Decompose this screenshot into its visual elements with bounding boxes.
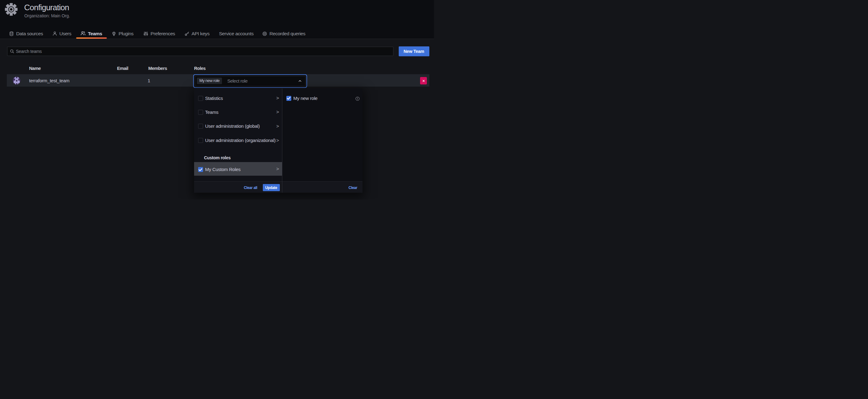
column-header-email: Email [117, 66, 128, 71]
clear-all-button[interactable]: Clear all [244, 186, 257, 190]
menu-item-user-admin-org[interactable]: User administration (organizational) > [194, 135, 282, 145]
tab-teams[interactable]: Teams [81, 30, 102, 37]
menu-item-statistics[interactable]: Statistics > [194, 93, 282, 103]
active-tab-underline [76, 37, 107, 39]
checkbox-user-admin-global[interactable] [198, 124, 203, 129]
tab-label: Service accounts [219, 31, 253, 36]
column-header-name: Name [29, 66, 41, 71]
menu-item-teams[interactable]: Teams > [194, 107, 282, 117]
tab-data-sources[interactable]: Data sources [9, 30, 43, 37]
search-input[interactable] [7, 47, 394, 56]
role-menu-panel: Statistics > Teams > User administration… [194, 89, 283, 193]
column-header-members: Members [148, 66, 167, 71]
team-name[interactable]: terraform_test_team [29, 78, 69, 83]
page-header: Configuration Organization: Main Org. Da… [0, 0, 434, 39]
tab-preferences[interactable]: Preferences [143, 30, 175, 37]
submenu-item-my-new-role[interactable]: My new role [282, 93, 363, 103]
new-team-button[interactable]: New Team [399, 46, 429, 56]
menu-item-label: Teams [205, 109, 219, 115]
submenu-footer: Clear [282, 181, 363, 193]
column-header-roles: Roles [194, 66, 206, 71]
page-subtitle: Organization: Main Org. [25, 13, 70, 19]
page-title: Configuration [24, 3, 69, 11]
close-icon [423, 80, 425, 82]
tab-label: API keys [192, 31, 210, 36]
checkbox-my-new-role[interactable] [286, 96, 291, 101]
chevron-right-glyph: > [276, 95, 279, 101]
menu-item-user-admin-global[interactable]: User administration (global) > [194, 121, 282, 131]
team-members-count: 1 [148, 78, 150, 83]
tab-label: Preferences [150, 31, 175, 36]
key-icon [185, 31, 189, 36]
tab-recorded-queries[interactable]: Recorded queries [262, 30, 305, 37]
users-icon [81, 31, 86, 36]
user-icon [52, 31, 57, 36]
chevron-right-glyph: > [276, 124, 279, 129]
menu-item-label: User administration (global) [205, 124, 260, 129]
chevron-right-glyph: > [276, 166, 279, 172]
tab-label: Plugins [119, 31, 133, 36]
tab-users[interactable]: Users [52, 30, 71, 37]
chevron-up-icon[interactable] [298, 80, 302, 82]
tab-plugins[interactable]: Plugins [112, 30, 133, 37]
menu-item-label: My Custom Roles [205, 167, 241, 172]
tab-label: Users [59, 31, 71, 36]
menu-item-label: Statistics [205, 96, 223, 101]
role-picker-input[interactable]: My new role Select role [195, 76, 306, 86]
tab-label: Teams [88, 31, 102, 36]
checkbox-teams[interactable] [198, 110, 203, 115]
database-icon [9, 31, 14, 36]
checkbox-user-admin-org[interactable] [198, 138, 203, 143]
tab-label: Recorded queries [269, 31, 305, 36]
clear-button[interactable]: Clear [348, 186, 357, 190]
team-avatar [13, 77, 21, 85]
menu-group-header: Custom roles [204, 155, 230, 161]
submenu-item-label: My new role [293, 96, 318, 101]
chevron-right-glyph: > [276, 138, 279, 143]
role-tag[interactable]: My new role [197, 78, 222, 84]
menu-item-label: User administration (organizational) [205, 138, 276, 143]
remove-team-button[interactable] [420, 77, 427, 85]
tab-label: Data sources [16, 31, 43, 36]
checkbox-statistics[interactable] [198, 96, 203, 101]
check-icon [198, 168, 203, 172]
check-icon [287, 96, 291, 100]
tab-api-keys[interactable]: API keys [185, 30, 210, 37]
sliders-icon [143, 31, 148, 36]
role-submenu-panel: My new role Clear [282, 89, 363, 193]
menu-item-my-custom-roles[interactable]: My Custom Roles > [194, 162, 282, 176]
menu-footer: Clear all Update [194, 181, 282, 193]
tab-service-accounts[interactable]: Service accounts [219, 30, 253, 37]
record-icon [262, 31, 267, 36]
chevron-right-glyph: > [276, 109, 279, 115]
gear-icon [4, 2, 18, 16]
role-picker-menu: Statistics > Teams > User administration… [194, 89, 363, 193]
role-placeholder: Select role [227, 78, 247, 84]
info-icon[interactable] [355, 97, 360, 101]
update-button[interactable]: Update [263, 184, 280, 191]
checkbox-my-custom-roles[interactable] [198, 167, 203, 172]
plug-icon [112, 31, 116, 36]
